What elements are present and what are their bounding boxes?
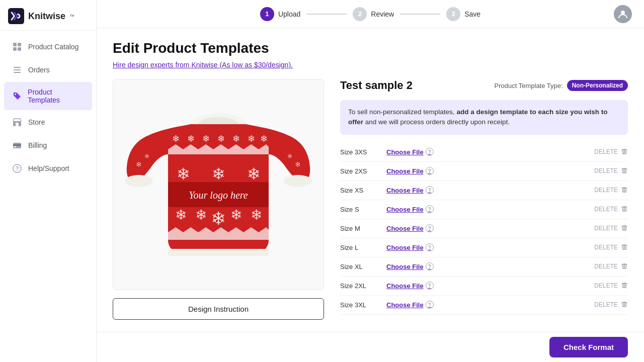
info-icon[interactable]: ? (426, 282, 434, 290)
svg-text:Your logo here: Your logo here (189, 190, 248, 201)
delete-button[interactable]: DELETE (594, 282, 628, 290)
billing-icon (12, 140, 22, 150)
svg-text:❄: ❄ (230, 207, 242, 223)
size-row: Size XS Choose File ? DELETE (340, 181, 628, 200)
sidebar-item-help[interactable]: ? Help/Support (4, 157, 92, 179)
choose-file-link[interactable]: Choose File ? (386, 243, 434, 251)
info-icon[interactable]: ? (426, 167, 434, 175)
grid-icon (12, 42, 22, 52)
delete-button[interactable]: DELETE (594, 148, 628, 156)
step-1-circle: 1 (260, 7, 274, 21)
sidebar-item-orders[interactable]: Orders (4, 59, 92, 81)
svg-text:❄: ❄ (217, 134, 225, 144)
page-title: Edit Product Templates (113, 40, 628, 56)
trash-icon (621, 205, 628, 214)
step-2-label: Review (371, 10, 394, 18)
svg-point-8 (15, 94, 16, 95)
right-panel: Test sample 2 Product Template Type: Non… (340, 79, 628, 315)
trash-icon (621, 224, 628, 233)
info-icon[interactable]: ? (426, 262, 434, 270)
stepper: 1 Upload 2 Review 3 Save (127, 7, 614, 21)
choose-file-link[interactable]: Choose File ? (386, 167, 434, 175)
check-format-button[interactable]: Check Format (549, 337, 628, 357)
svg-text:❄: ❄ (175, 207, 187, 223)
trash-icon (621, 262, 628, 271)
size-label: Size 2XL (340, 282, 380, 290)
sidebar-item-product-templates[interactable]: Product Templates (4, 82, 92, 110)
delete-button[interactable]: DELETE (594, 167, 628, 175)
svg-text:❄: ❄ (172, 134, 180, 144)
info-text-2: and we will process orders directly upon… (363, 118, 510, 126)
step-3-circle: 3 (446, 7, 460, 21)
sidebar-label-billing: Billing (28, 141, 47, 149)
svg-text:❄: ❄ (287, 153, 292, 160)
delete-button[interactable]: DELETE (594, 301, 628, 309)
info-icon[interactable]: ? (426, 301, 434, 309)
design-instruction-button[interactable]: Design Instruction (113, 298, 324, 320)
svg-text:❄: ❄ (260, 134, 268, 144)
info-icon[interactable]: ? (426, 243, 434, 251)
size-row: Size XL Choose File ? DELETE (340, 257, 628, 277)
svg-text:❄: ❄ (232, 134, 240, 144)
step-line-1 (306, 14, 347, 15)
choose-file-link[interactable]: Choose File ? (386, 205, 434, 213)
hire-link[interactable]: Hire design experts from Knitwise (As lo… (113, 61, 293, 69)
svg-text:❄: ❄ (295, 160, 301, 168)
sidebar-label-orders: Orders (28, 66, 50, 74)
logo-icon (8, 8, 24, 24)
delete-button[interactable]: DELETE (594, 205, 628, 214)
delete-button[interactable]: DELETE (594, 186, 628, 195)
size-label: Size S (340, 206, 380, 213)
size-label: Size XL (340, 263, 380, 270)
size-row: Size 3XL Choose File ? DELETE (340, 296, 628, 315)
trash-icon (621, 282, 628, 290)
footer-bar: Check Format (97, 332, 644, 362)
svg-text:❄: ❄ (251, 207, 262, 223)
svg-rect-0 (8, 8, 24, 24)
help-icon: ? (12, 163, 22, 173)
info-icon[interactable]: ? (426, 224, 434, 232)
choose-file-link[interactable]: Choose File ? (386, 186, 434, 194)
delete-label: DELETE (594, 167, 618, 174)
delete-label: DELETE (594, 263, 618, 270)
choose-file-link[interactable]: Choose File ? (386, 148, 434, 156)
sidebar-item-billing[interactable]: Billing (4, 134, 92, 156)
trash-icon (621, 243, 628, 252)
step-3-label: Save (464, 10, 480, 18)
sweater-container: ❄ ❄ ❄ ❄ ❄ ❄ ❄ Your logo here (113, 79, 324, 290)
choose-file-link[interactable]: Choose File ? (386, 262, 434, 270)
delete-button[interactable]: DELETE (594, 243, 628, 252)
info-icon[interactable]: ? (426, 148, 434, 156)
size-label: Size M (340, 225, 380, 232)
svg-text:❄: ❄ (136, 160, 142, 168)
trash-icon (621, 148, 628, 156)
choose-file-link[interactable]: Choose File ? (386, 224, 434, 232)
step-3: 3 Save (446, 7, 480, 21)
sidebar-item-product-catalog[interactable]: Product Catalog (4, 36, 92, 58)
trash-icon (621, 167, 628, 175)
avatar[interactable] (614, 5, 632, 23)
sidebar-label-store: Store (28, 118, 45, 126)
product-header: Test sample 2 Product Template Type: Non… (340, 79, 628, 92)
svg-rect-13 (14, 146, 16, 147)
delete-label: DELETE (594, 206, 618, 213)
choose-file-link[interactable]: Choose File ? (386, 282, 434, 290)
sidebar: Knitwise™ Product Catalog Orders Product… (0, 0, 97, 362)
delete-label: DELETE (594, 301, 618, 308)
choose-file-link[interactable]: Choose File ? (386, 301, 434, 309)
delete-button[interactable]: DELETE (594, 224, 628, 233)
type-badge: Non-Personalized (567, 80, 628, 91)
sidebar-item-store[interactable]: Store (4, 111, 92, 133)
main-area: 1 Upload 2 Review 3 Save Edit Product Te… (97, 0, 644, 362)
delete-button[interactable]: DELETE (594, 262, 628, 271)
svg-point-16 (621, 11, 625, 15)
logo-area: Knitwise™ (0, 0, 96, 31)
info-icon[interactable]: ? (426, 205, 434, 213)
logo-text: Knitwise (28, 11, 65, 22)
svg-rect-4 (18, 47, 21, 51)
size-row: Size 2XS Choose File ? DELETE (340, 162, 628, 181)
page-content: Edit Product Templates Hire design exper… (97, 28, 644, 332)
svg-rect-38 (168, 249, 269, 256)
info-icon[interactable]: ? (426, 186, 434, 194)
svg-text:❄: ❄ (144, 153, 149, 160)
